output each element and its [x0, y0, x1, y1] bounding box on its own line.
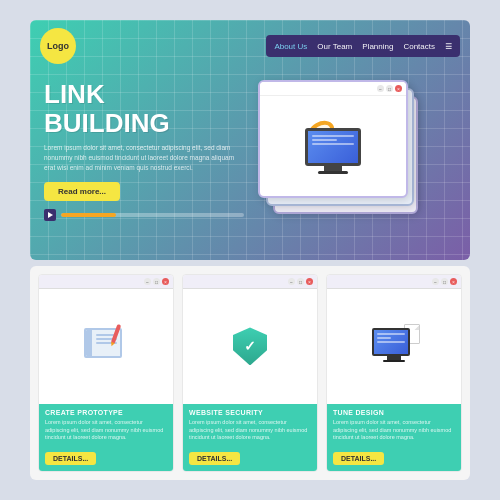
card-browser-bar-2: − □ × — [183, 275, 317, 289]
book-body — [84, 328, 122, 358]
screen-lines — [312, 135, 354, 145]
nav-about-us[interactable]: About Us — [274, 42, 307, 51]
card1-close[interactable]: × — [162, 278, 169, 285]
card-browser-bar-3: − □ × — [327, 275, 461, 289]
progress-track[interactable] — [61, 213, 244, 217]
bottom-section: − □ × CREAT — [30, 266, 470, 480]
card1-details-button[interactable]: DETAILS... — [45, 452, 96, 465]
nav-our-team[interactable]: Our Team — [317, 42, 352, 51]
design-monitor-icon — [372, 328, 416, 364]
logo: Logo — [40, 28, 76, 64]
hero-description: Lorem ipsum dolor sit amet, consectetur … — [44, 143, 244, 172]
card3-bottom: TUNE DESIGN Lorem ipsum dolor sit amet, … — [327, 404, 461, 471]
card2-minimize[interactable]: − — [288, 278, 295, 285]
nav-planning[interactable]: Planning — [362, 42, 393, 51]
top-section: Logo About Us Our Team Planning Contacts… — [30, 20, 470, 260]
nav-contacts[interactable]: Contacts — [403, 42, 435, 51]
progress-fill — [61, 213, 116, 217]
book-icon — [84, 328, 128, 364]
card-browser-bar-1: − □ × — [39, 275, 173, 289]
maximize-button[interactable]: □ — [386, 85, 393, 92]
browser-window-front: − □ × — [258, 80, 408, 198]
card3-desc: Lorem ipsum dolor sit amet, consectetur … — [333, 419, 455, 442]
read-more-button[interactable]: Read more... — [44, 182, 120, 201]
main-container: Logo About Us Our Team Planning Contacts… — [30, 20, 470, 480]
card2-bottom: WEBSITE SECURITY Lorem ipsum dolor sit a… — [183, 404, 317, 471]
progress-bar-container — [44, 209, 244, 221]
design-line-3 — [377, 341, 405, 343]
card2-maximize[interactable]: □ — [297, 278, 304, 285]
card3-close[interactable]: × — [450, 278, 457, 285]
shield-check-icon: ✓ — [244, 338, 256, 354]
screen-line-3 — [312, 143, 354, 145]
card-create-prototype: − □ × CREAT — [38, 274, 174, 472]
browser-body — [260, 96, 406, 192]
card1-desc: Lorem ipsum dolor sit amet, consectetur … — [45, 419, 167, 442]
card3-maximize[interactable]: □ — [441, 278, 448, 285]
card3-title: TUNE DESIGN — [333, 409, 455, 416]
hero-title: LINK BUILDING — [44, 80, 244, 137]
card1-maximize[interactable]: □ — [153, 278, 160, 285]
design-lines — [377, 333, 405, 345]
card3-details-button[interactable]: DETAILS... — [333, 452, 384, 465]
nav-links: About Us Our Team Planning Contacts ≡ — [266, 35, 460, 57]
browser-titlebar: − □ × — [260, 82, 406, 96]
card-website-security: − □ × ✓ WEBSITE SECURITY Lorem ipsum dol… — [182, 274, 318, 472]
design-monitor-screen — [372, 328, 410, 356]
play-icon — [48, 212, 53, 218]
card1-icon-area — [39, 289, 173, 404]
card2-details-button[interactable]: DETAILS... — [189, 452, 240, 465]
shield-icon: ✓ — [233, 327, 267, 365]
card-tune-design: − □ × — [326, 274, 462, 472]
monitor-screen — [305, 128, 361, 166]
card3-minimize[interactable]: − — [432, 278, 439, 285]
card2-title: WEBSITE SECURITY — [189, 409, 311, 416]
screen-line-2 — [312, 139, 337, 141]
card3-icon-area — [327, 289, 461, 404]
card2-close[interactable]: × — [306, 278, 313, 285]
close-button[interactable]: × — [395, 85, 402, 92]
card2-desc: Lorem ipsum dolor sit amet, consectetur … — [189, 419, 311, 442]
card1-bottom: CREATE PROTOTYPE Lorem ipsum dolor sit a… — [39, 404, 173, 471]
design-base — [383, 360, 405, 362]
play-button[interactable] — [44, 209, 56, 221]
hamburger-icon[interactable]: ≡ — [445, 39, 452, 53]
navbar: Logo About Us Our Team Planning Contacts… — [30, 20, 470, 72]
minimize-button[interactable]: − — [377, 85, 384, 92]
design-line-2 — [377, 337, 391, 339]
card1-title: CREATE PROTOTYPE — [45, 409, 167, 416]
hero-content: LINK BUILDING Lorem ipsum dolor sit amet… — [30, 72, 470, 229]
hero-text: LINK BUILDING Lorem ipsum dolor sit amet… — [44, 80, 244, 221]
card2-icon-area: ✓ — [183, 289, 317, 404]
chain-link-icon — [293, 114, 373, 174]
book-spine — [86, 330, 92, 356]
monitor-base — [318, 171, 348, 174]
design-line-1 — [377, 333, 405, 335]
screen-line-1 — [312, 135, 354, 137]
card1-minimize[interactable]: − — [144, 278, 151, 285]
monitor-shape — [305, 128, 361, 174]
